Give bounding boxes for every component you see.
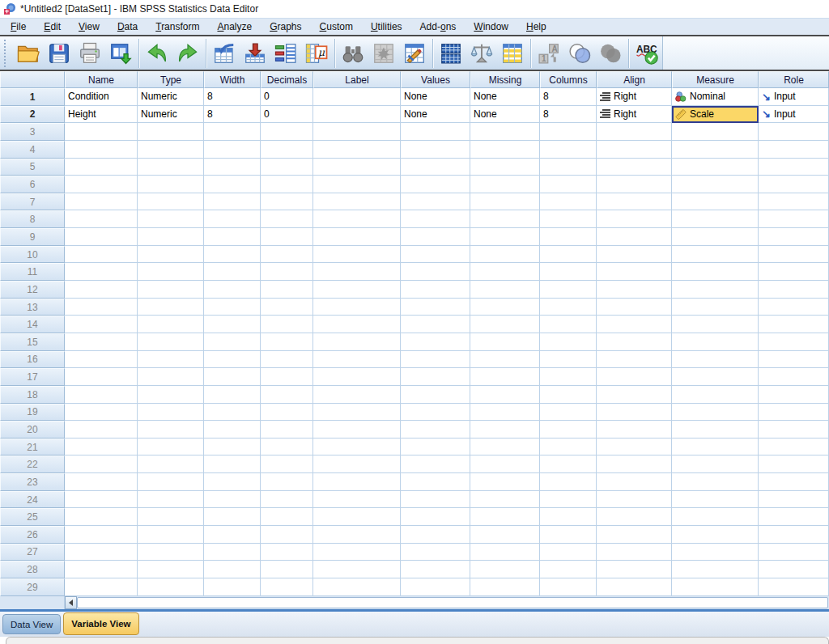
empty-cell[interactable] <box>540 421 597 439</box>
empty-cell[interactable] <box>313 228 401 246</box>
empty-cell[interactable] <box>470 439 540 456</box>
empty-cell[interactable] <box>759 141 829 159</box>
menu-view[interactable]: View <box>70 19 108 35</box>
empty-cell[interactable] <box>401 176 470 193</box>
empty-cell[interactable] <box>540 210 597 228</box>
empty-cell[interactable] <box>261 123 313 141</box>
empty-cell[interactable] <box>540 299 597 316</box>
empty-cell[interactable] <box>597 508 672 526</box>
empty-cell[interactable] <box>672 299 759 316</box>
menu-transform[interactable]: Transform <box>147 19 208 35</box>
open-data-document-button[interactable] <box>13 38 44 69</box>
row-header-14[interactable]: 14 <box>0 316 65 333</box>
empty-cell[interactable] <box>759 123 829 141</box>
column-header-columns[interactable]: Columns <box>540 71 597 88</box>
empty-cell[interactable] <box>204 508 261 526</box>
empty-cell[interactable] <box>401 561 470 578</box>
cell-width-row1[interactable]: 8 <box>204 88 261 106</box>
empty-cell[interactable] <box>65 123 138 141</box>
empty-cell[interactable] <box>313 578 401 596</box>
row-header-23[interactable]: 23 <box>0 473 65 491</box>
cell-label-row2[interactable] <box>313 106 401 124</box>
insert-cases-button[interactable] <box>368 38 399 69</box>
empty-cell[interactable] <box>470 473 540 491</box>
empty-cell[interactable] <box>65 386 138 404</box>
empty-cell[interactable] <box>470 299 540 316</box>
spell-check-button[interactable]: ABC <box>631 38 662 69</box>
variables-button[interactable] <box>270 38 301 69</box>
row-header-22[interactable]: 22 <box>0 455 65 473</box>
empty-cell[interactable] <box>313 526 401 544</box>
row-header-7[interactable]: 7 <box>0 193 65 211</box>
row-header-24[interactable]: 24 <box>0 491 65 509</box>
empty-cell[interactable] <box>261 281 313 299</box>
empty-cell[interactable] <box>65 246 138 264</box>
redo-button[interactable] <box>172 38 203 69</box>
empty-cell[interactable] <box>540 578 597 596</box>
empty-cell[interactable] <box>672 508 759 526</box>
row-header-11[interactable]: 11 <box>0 263 65 281</box>
empty-cell[interactable] <box>759 473 829 491</box>
empty-cell[interactable] <box>672 210 759 228</box>
empty-cell[interactable] <box>759 561 829 578</box>
empty-cell[interactable] <box>65 176 138 193</box>
empty-cell[interactable] <box>313 299 401 316</box>
cell-label-row1[interactable] <box>313 88 401 106</box>
row-header-13[interactable]: 13 <box>0 299 65 316</box>
empty-cell[interactable] <box>672 491 759 509</box>
empty-cell[interactable] <box>672 404 759 422</box>
empty-cell[interactable] <box>672 351 759 369</box>
empty-cell[interactable] <box>313 368 401 386</box>
empty-cell[interactable] <box>597 263 672 281</box>
empty-cell[interactable] <box>401 246 470 264</box>
empty-cell[interactable] <box>470 578 540 596</box>
row-header-1[interactable]: 1 <box>0 88 65 106</box>
empty-cell[interactable] <box>540 386 597 404</box>
empty-cell[interactable] <box>401 210 470 228</box>
row-header-4[interactable]: 4 <box>0 141 65 159</box>
empty-cell[interactable] <box>138 123 204 141</box>
empty-cell[interactable] <box>597 281 672 299</box>
menu-utilities[interactable]: Utilities <box>362 19 411 35</box>
empty-cell[interactable] <box>597 316 672 333</box>
empty-cell[interactable] <box>313 473 401 491</box>
empty-cell[interactable] <box>204 386 261 404</box>
empty-cell[interactable] <box>65 159 138 176</box>
empty-cell[interactable] <box>138 263 204 281</box>
empty-cell[interactable] <box>470 263 540 281</box>
column-header-name[interactable]: Name <box>65 71 138 88</box>
empty-cell[interactable] <box>65 439 138 456</box>
empty-cell[interactable] <box>470 404 540 422</box>
empty-cell[interactable] <box>540 123 597 141</box>
empty-cell[interactable] <box>401 228 470 246</box>
row-header-8[interactable]: 8 <box>0 210 65 228</box>
empty-cell[interactable] <box>470 228 540 246</box>
empty-cell[interactable] <box>401 159 470 176</box>
empty-cell[interactable] <box>138 193 204 211</box>
row-header-18[interactable]: 18 <box>0 386 65 404</box>
empty-cell[interactable] <box>65 193 138 211</box>
empty-cell[interactable] <box>261 544 313 561</box>
empty-cell[interactable] <box>759 263 829 281</box>
empty-cell[interactable] <box>204 439 261 456</box>
empty-cell[interactable] <box>470 491 540 509</box>
empty-cell[interactable] <box>540 455 597 473</box>
empty-cell[interactable] <box>672 368 759 386</box>
empty-cell[interactable] <box>470 421 540 439</box>
empty-cell[interactable] <box>540 351 597 369</box>
empty-cell[interactable] <box>313 246 401 264</box>
empty-cell[interactable] <box>261 561 313 578</box>
cell-name-row1[interactable]: Condition <box>65 88 138 106</box>
empty-cell[interactable] <box>261 228 313 246</box>
empty-cell[interactable] <box>401 386 470 404</box>
empty-cell[interactable] <box>401 316 470 333</box>
empty-cell[interactable] <box>138 316 204 333</box>
empty-cell[interactable] <box>261 404 313 422</box>
empty-cell[interactable] <box>401 578 470 596</box>
empty-cell[interactable] <box>540 404 597 422</box>
empty-cell[interactable] <box>313 351 401 369</box>
empty-cell[interactable] <box>597 351 672 369</box>
empty-cell[interactable] <box>540 176 597 193</box>
empty-cell[interactable] <box>65 263 138 281</box>
empty-cell[interactable] <box>204 491 261 509</box>
